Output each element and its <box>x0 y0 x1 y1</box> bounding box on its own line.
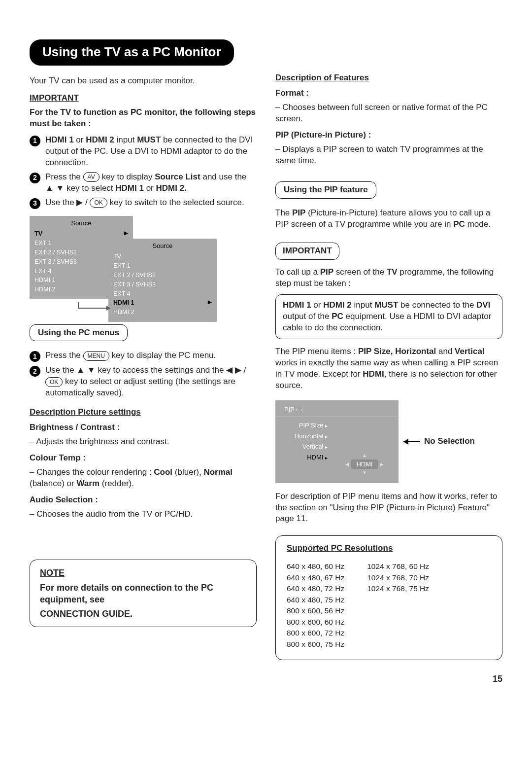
chevron-right-icon: ▶ <box>380 461 384 468</box>
hdmi-must-box: HDMI 1 or HDMI 2 input MUST be connected… <box>275 294 502 339</box>
step-number-icon: 2 <box>30 366 40 377</box>
note-heading: NOTE <box>40 567 246 579</box>
pip-osd-diagram: PIP ▭ PIP Size ▸ Horizontal ▸ Vertical ▸… <box>275 400 502 483</box>
note-text-1: For more details on connection to the PC… <box>40 582 246 606</box>
brightness-text: – Adjusts the brightness and contrast. <box>30 436 257 448</box>
chevron-up-icon: ▲ <box>362 452 367 459</box>
ok-key-icon: OK <box>45 377 63 387</box>
step-number-icon: 2 <box>30 173 40 183</box>
intro-text: Your TV can be used as a computer monito… <box>30 75 257 87</box>
pip-menu-items-text: The PIP menu items : PIP Size, Horizonta… <box>275 346 502 391</box>
no-selection-arrow: No Selection <box>403 436 475 447</box>
important-text: For the TV to function as PC monitor, th… <box>30 107 257 130</box>
pip-desc-para: The PIP (Picture-in-Picture) feature all… <box>275 208 502 230</box>
format-heading: Format : <box>275 88 502 99</box>
resolutions-title: Supported PC Resolutions <box>287 543 491 554</box>
brightness-heading: Brightness / Contrast : <box>30 422 257 433</box>
features-heading: Description of Features <box>275 72 502 84</box>
pc-menus-tab: Using the PC menus <box>30 324 128 342</box>
left-column: Your TV can be used as a computer monito… <box>30 72 257 660</box>
connector-arrow-icon <box>78 302 109 309</box>
note-box: NOTE For more details on connection to t… <box>30 560 257 627</box>
pip-for-desc-text: For description of PIP menu items and ho… <box>275 491 502 525</box>
important-box: IMPORTANT <box>275 243 339 260</box>
note-text-2: CONNECTION GUIDE. <box>40 608 246 620</box>
call-up-text: To call up a PIP screen of the TV progra… <box>275 267 502 289</box>
pip-osd-box: PIP ▭ PIP Size ▸ Horizontal ▸ Vertical ▸… <box>275 400 399 483</box>
desc-picture-heading: Description Picture settings <box>30 407 257 418</box>
step-number-icon: 1 <box>30 351 40 362</box>
format-text: – Chooses between full screen or native … <box>275 102 502 125</box>
pip-icon: ▭ <box>296 406 302 413</box>
step-2: 2 Press the AV key to display Source Lis… <box>30 172 257 194</box>
step-number-icon: 3 <box>30 198 40 209</box>
colour-temp-heading: Colour Temp : <box>30 453 257 464</box>
av-key-icon: AV <box>83 172 100 182</box>
right-column: Description of Features Format : – Choos… <box>275 72 502 660</box>
pip-feature-tab: Using the PIP feature <box>275 181 376 199</box>
audio-sel-text: – Chooses the audio from the TV or PC/HD… <box>30 509 257 520</box>
pc-step-2: 2 Use the ▲ ▼ key to access the settings… <box>30 365 257 399</box>
chevron-left-icon: ◀ <box>345 461 349 468</box>
source-osd-box-2: Source TV EXT 1 EXT 2 / SVHS2 EXT 3 / SV… <box>108 239 217 322</box>
page-number: 15 <box>30 673 502 685</box>
chevron-down-icon: ▼ <box>362 469 367 476</box>
audio-sel-heading: Audio Selection : <box>30 494 257 506</box>
colour-temp-text: – Changes the colour rendering : Cool (b… <box>30 467 257 490</box>
page-title: Using the TV as a PC Monitor <box>30 39 234 66</box>
step-3: 3 Use the ▶ / OK key to switch to the se… <box>30 197 257 209</box>
ok-key-icon: OK <box>90 198 107 208</box>
res-col-1: 640 x 480, 60 Hz 640 x 480, 67 Hz 640 x … <box>287 561 344 650</box>
pip-text: – Displays a PIP screen to watch TV prog… <box>275 144 502 167</box>
pip-heading: PIP (Picture-in Picture) : <box>275 130 502 141</box>
important-heading: IMPORTANT <box>30 93 257 104</box>
source-osd-diagram: Source TV▶ EXT 1 EXT 2 / SVHS2 EXT 3 / S… <box>30 216 257 310</box>
step-1: 1 HDMI 1 or HDMI 2 input MUST be connect… <box>30 135 257 169</box>
resolutions-box: Supported PC Resolutions 640 x 480, 60 H… <box>275 535 502 660</box>
step-number-icon: 1 <box>30 136 40 146</box>
menu-key-icon: MENU <box>83 351 109 361</box>
res-col-2: 1024 x 768, 60 Hz 1024 x 768, 70 Hz 1024… <box>367 561 429 650</box>
pc-step-1: 1 Press the MENU key to display the PC m… <box>30 350 257 362</box>
